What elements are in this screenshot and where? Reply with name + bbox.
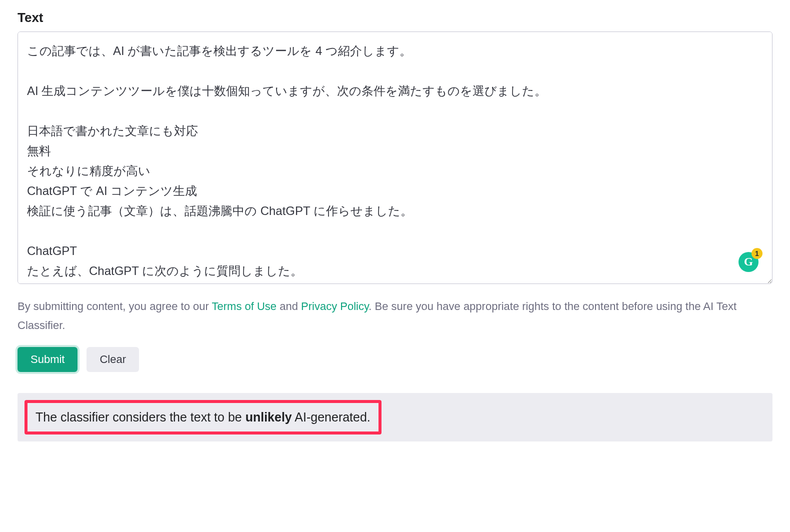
result-suffix: AI-generated. (292, 410, 370, 424)
clear-button[interactable]: Clear (86, 347, 139, 372)
disclaimer-middle: and (276, 300, 301, 312)
text-field-label: Text (18, 10, 772, 26)
result-verdict: unlikely (246, 410, 292, 424)
button-row: Submit Clear (18, 347, 772, 372)
result-prefix: The classifier considers the text to be (36, 410, 246, 424)
privacy-policy-link[interactable]: Privacy Policy (301, 300, 368, 312)
terms-of-use-link[interactable]: Terms of Use (212, 300, 277, 312)
disclaimer-prefix: By submitting content, you agree to our (18, 300, 212, 312)
result-panel: The classifier considers the text to be … (18, 393, 772, 442)
textarea-wrapper: G 1 (18, 32, 772, 286)
grammarly-count-badge: 1 (752, 248, 762, 259)
grammarly-g-glyph: G (744, 256, 753, 268)
disclaimer-text: By submitting content, you agree to our … (18, 297, 772, 335)
result-highlight-box: The classifier considers the text to be … (24, 400, 382, 434)
result-text: The classifier considers the text to be … (36, 410, 370, 424)
submit-button[interactable]: Submit (18, 347, 78, 372)
text-input[interactable] (18, 32, 772, 284)
grammarly-badge[interactable]: G 1 (738, 252, 758, 272)
